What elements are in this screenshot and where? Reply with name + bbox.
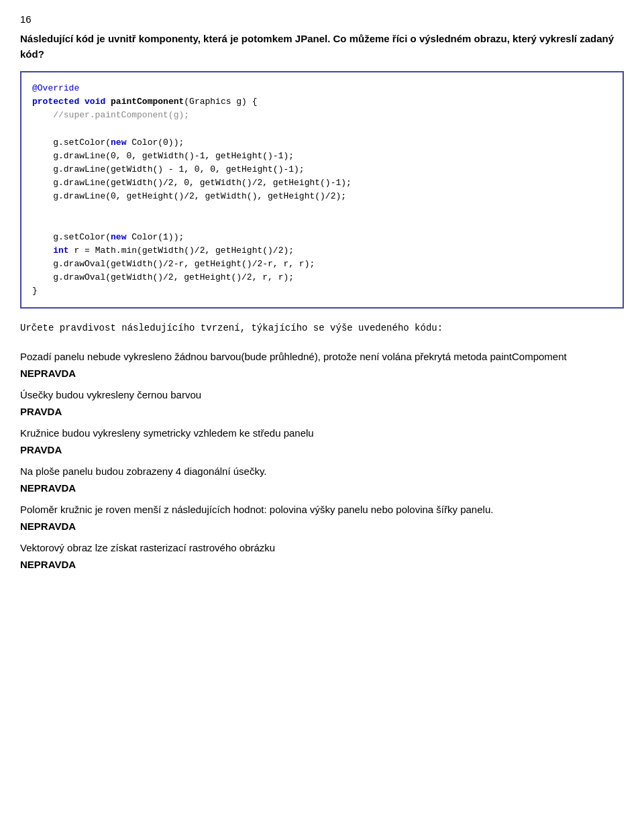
answer-text-1: Pozadí panelu nebude vykresleno žádnou b… bbox=[20, 351, 567, 362]
answer-verdict-3: PRAVDA bbox=[20, 444, 62, 455]
answer-text-6: Vektorový obraz lze získat rasterizací r… bbox=[20, 542, 275, 553]
answer-item-2: Úsečky budou vykresleny černou barvou PR… bbox=[20, 386, 624, 421]
answer-text-4: Na ploše panelu budou zobrazeny 4 diagon… bbox=[20, 465, 266, 477]
answer-verdict-1: NEPRAVDA bbox=[20, 368, 76, 379]
answer-text-2: Úsečky budou vykresleny černou barvou bbox=[20, 389, 201, 400]
answers-section: Pozadí panelu nebude vykresleno žádnou b… bbox=[20, 348, 624, 573]
answer-item-1: Pozadí panelu nebude vykresleno žádnou b… bbox=[20, 348, 624, 382]
statement-intro: Určete pravdivost následujícího tvrzení,… bbox=[20, 321, 624, 335]
answer-text-3: Kružnice budou vykresleny symetricky vzh… bbox=[20, 427, 314, 439]
answer-item-5: Poloměr kružnic je roven menší z následu… bbox=[20, 501, 624, 535]
answer-item-6: Vektorový obraz lze získat rasterizací r… bbox=[20, 539, 624, 573]
page-number: 16 bbox=[20, 13, 624, 25]
answer-item-3: Kružnice budou vykresleny symetricky vzh… bbox=[20, 425, 624, 459]
answer-item-4: Na ploše panelu budou zobrazeny 4 diagon… bbox=[20, 463, 624, 497]
answer-verdict-2: PRAVDA bbox=[20, 406, 62, 417]
question-text: Následující kód je uvnitř komponenty, kt… bbox=[20, 32, 624, 62]
answer-verdict-4: NEPRAVDA bbox=[20, 482, 76, 494]
code-box: @Override protected void paintComponent(… bbox=[20, 71, 624, 309]
answer-text-5: Poloměr kružnic je roven menší z následu… bbox=[20, 504, 493, 515]
answer-verdict-5: NEPRAVDA bbox=[20, 520, 76, 532]
answer-verdict-6: NEPRAVDA bbox=[20, 559, 76, 570]
